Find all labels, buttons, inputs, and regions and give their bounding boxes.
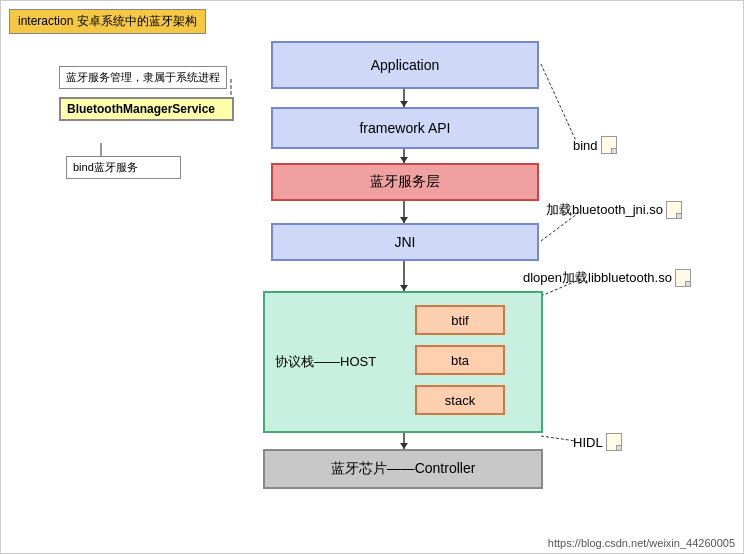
layer-service: 蓝牙服务层 [271, 163, 539, 201]
right-bind-label: bind [573, 136, 617, 154]
right-dlopen-label: dlopen加载libbluetooth.so [523, 269, 691, 287]
footer-url: https://blog.csdn.net/weixin_44260005 [548, 537, 735, 549]
inner-stack: stack [415, 385, 505, 415]
svg-line-16 [541, 436, 576, 441]
right-load-jni-label: 加载bluetooth_jni.so [546, 201, 682, 219]
service-mgmt-annotation: 蓝牙服务管理，隶属于系统进程 [59, 66, 227, 89]
layer-framework: framework API [271, 107, 539, 149]
inner-btif: btif [415, 305, 505, 335]
bluetooth-manager-box: BluetoothManagerService [59, 97, 234, 121]
bind-service-annotation: bind蓝牙服务 [66, 156, 181, 179]
svg-line-13 [541, 64, 576, 141]
host-label: 协议栈——HOST [275, 353, 376, 371]
right-hidl-label: HIDL [573, 433, 622, 451]
layer-host-outer: 协议栈——HOST btif bta stack [263, 291, 543, 433]
title-badge: interaction 安卓系统中的蓝牙架构 [9, 9, 206, 34]
layer-chip: 蓝牙芯片——Controller [263, 449, 543, 489]
layer-application: Application [271, 41, 539, 89]
layer-jni: JNI [271, 223, 539, 261]
inner-bta: bta [415, 345, 505, 375]
